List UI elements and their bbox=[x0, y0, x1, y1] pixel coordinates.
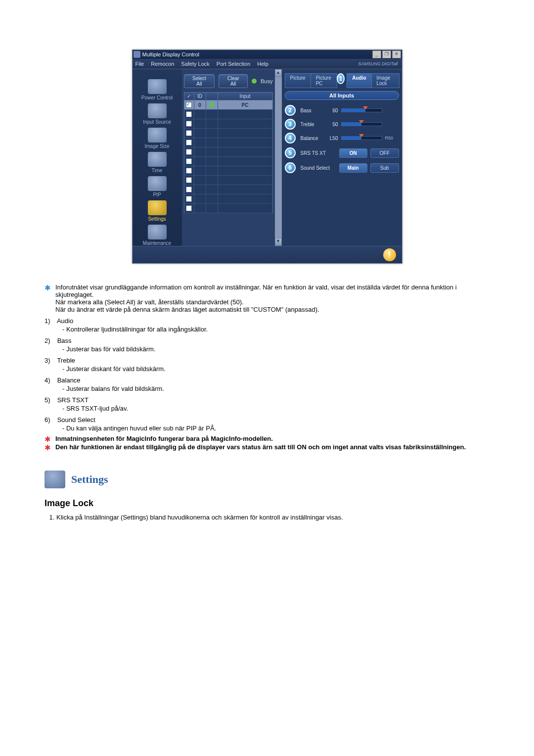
item-number: 1) bbox=[44, 317, 55, 325]
warning-notes: ✱ Inmatningsenheten för MagicInfo funger… bbox=[44, 435, 490, 451]
grid-row[interactable] bbox=[184, 176, 273, 185]
sidebar: Power Control Input Source Image Size Ti… bbox=[133, 69, 182, 246]
app-icon bbox=[134, 51, 140, 58]
sidebar-item-label: Time bbox=[137, 168, 177, 173]
item-number: 5) bbox=[44, 396, 55, 404]
treble-row: 3 Treble 50 bbox=[285, 119, 399, 130]
grid-row[interactable]: 0 PC bbox=[184, 100, 273, 110]
select-all-button[interactable]: Select All bbox=[184, 74, 215, 88]
callout-4-icon: 4 bbox=[285, 133, 296, 143]
item-number: 2) bbox=[44, 337, 55, 344]
row-checkbox[interactable] bbox=[186, 140, 192, 145]
col-id: ID bbox=[194, 93, 206, 100]
sound-sub-button[interactable]: Sub bbox=[370, 163, 399, 173]
srs-off-button[interactable]: OFF bbox=[370, 148, 399, 158]
close-button[interactable]: ✕ bbox=[392, 50, 401, 58]
row-checkbox[interactable] bbox=[186, 158, 192, 164]
all-inputs-banner: All Inputs bbox=[285, 91, 399, 100]
grid-row[interactable] bbox=[184, 194, 273, 204]
item-title: Bass bbox=[57, 337, 72, 344]
balance-slider[interactable] bbox=[341, 136, 382, 140]
tab-image-lock[interactable]: Image Lock bbox=[371, 73, 400, 88]
row-checkbox[interactable] bbox=[186, 102, 192, 108]
app-body: Power Control Input Source Image Size Ti… bbox=[133, 69, 402, 246]
menu-safety-lock[interactable]: Safety Lock bbox=[181, 61, 209, 67]
row-checkbox[interactable] bbox=[186, 111, 192, 117]
sidebar-item-label: Input Source bbox=[137, 119, 177, 125]
warning-2: Den här funktionen är endast tillgänglig… bbox=[55, 443, 466, 451]
menu-remocon[interactable]: Remocon bbox=[151, 61, 174, 67]
row-id: 0 bbox=[194, 100, 206, 109]
item-title: Sound Select bbox=[57, 416, 95, 424]
treble-label: Treble bbox=[301, 122, 322, 127]
row-checkbox[interactable] bbox=[186, 121, 192, 127]
treble-value: 50 bbox=[325, 122, 338, 127]
sidebar-item-power-control[interactable]: Power Control bbox=[137, 79, 177, 100]
sidebar-item-label: PIP bbox=[137, 192, 177, 197]
row-checkbox[interactable] bbox=[186, 168, 192, 174]
bass-slider[interactable] bbox=[341, 108, 382, 112]
srs-on-button[interactable]: ON bbox=[339, 148, 368, 158]
row-checkbox[interactable] bbox=[186, 130, 192, 136]
grid-row[interactable] bbox=[184, 110, 273, 119]
sidebar-item-label: Settings bbox=[137, 216, 177, 222]
image-lock-steps: Klicka på Inställningar (Settings) bland… bbox=[44, 514, 490, 521]
item-number: 3) bbox=[44, 357, 55, 364]
star-icon: ✱ bbox=[44, 435, 51, 443]
sound-main-button[interactable]: Main bbox=[339, 163, 368, 173]
input-source-icon bbox=[148, 103, 167, 118]
grid-row[interactable] bbox=[184, 166, 273, 176]
window-title: Multiple Display Control bbox=[142, 51, 372, 57]
intro-line1: Inforutnätet visar grundläggande informa… bbox=[55, 284, 457, 298]
row-checkbox[interactable] bbox=[186, 149, 192, 155]
menu-port-selection[interactable]: Port Selection bbox=[217, 61, 250, 67]
row-checkbox[interactable] bbox=[186, 177, 192, 183]
grid-row[interactable] bbox=[184, 119, 273, 129]
clear-all-button[interactable]: Clear All bbox=[219, 74, 248, 88]
sidebar-item-label: Maintenance bbox=[137, 240, 177, 246]
grid-row[interactable] bbox=[184, 204, 273, 213]
sidebar-item-time[interactable]: Time bbox=[137, 152, 177, 173]
col-status bbox=[206, 93, 218, 100]
statusbar: ! bbox=[133, 246, 402, 263]
minimize-button[interactable]: _ bbox=[372, 50, 381, 58]
menu-file[interactable]: File bbox=[135, 61, 144, 67]
app-window: Multiple Display Control _ ❐ ✕ File Remo… bbox=[132, 49, 402, 264]
sidebar-item-image-size[interactable]: Image Size bbox=[137, 128, 177, 149]
sidebar-item-input-source[interactable]: Input Source bbox=[137, 103, 177, 125]
time-icon bbox=[148, 152, 167, 167]
row-checkbox[interactable] bbox=[186, 187, 192, 192]
grid-row[interactable] bbox=[184, 157, 273, 166]
sidebar-item-pip[interactable]: PIP bbox=[137, 176, 177, 197]
grid-row[interactable] bbox=[184, 129, 273, 138]
image-lock-heading: Image Lock bbox=[44, 498, 490, 509]
sidebar-item-settings[interactable]: Settings bbox=[137, 200, 177, 222]
scroll-up-icon[interactable]: ▲ bbox=[275, 69, 282, 77]
menubar: File Remocon Safety Lock Port Selection … bbox=[133, 59, 402, 69]
row-checkbox[interactable] bbox=[186, 196, 192, 202]
menu-help[interactable]: Help bbox=[257, 61, 268, 67]
grid-row[interactable] bbox=[184, 185, 273, 194]
maintenance-icon bbox=[148, 225, 167, 239]
item-desc: - Kontrollerar ljudinställningar för all… bbox=[62, 326, 490, 333]
titlebar: Multiple Display Control _ ❐ ✕ bbox=[133, 50, 402, 59]
display-grid-pane: Select All Clear All Busy ✓ ID Input 0 P… bbox=[182, 69, 275, 246]
status-on-icon bbox=[209, 102, 214, 107]
restore-button[interactable]: ❐ bbox=[382, 50, 391, 58]
balance-label: Balance bbox=[301, 136, 322, 141]
tab-picture[interactable]: Picture bbox=[285, 73, 311, 88]
sidebar-item-maintenance[interactable]: Maintenance bbox=[137, 225, 177, 246]
alert-icon: ! bbox=[383, 248, 396, 261]
item-title: Audio bbox=[57, 317, 73, 325]
balance-row: 4 Balance L50 R50 bbox=[285, 133, 399, 143]
treble-slider[interactable] bbox=[341, 122, 382, 126]
grid-row[interactable] bbox=[184, 147, 273, 157]
row-checkbox[interactable] bbox=[186, 205, 192, 211]
grid-row[interactable] bbox=[184, 138, 273, 147]
balance-right-label: R50 bbox=[385, 136, 399, 141]
tab-picture-pc[interactable]: Picture PC bbox=[311, 73, 337, 88]
scroll-down-icon[interactable]: ▼ bbox=[275, 238, 282, 246]
tab-audio[interactable]: Audio bbox=[347, 73, 371, 88]
grid-scrollbar[interactable]: ▲ ▼ bbox=[275, 69, 282, 246]
item-desc: - Justerar balans för vald bildskärm. bbox=[62, 385, 490, 392]
